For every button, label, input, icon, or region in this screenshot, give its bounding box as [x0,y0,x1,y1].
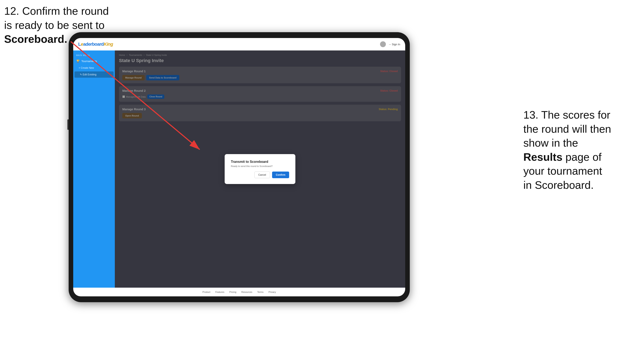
top-nav-right: → Sign In [380,41,400,47]
sidebar-main-menu-label: MAIN MENU [73,52,115,57]
sign-in-link[interactable]: → Sign In [388,43,400,46]
modal-overlay[interactable]: Transmit to Scoreboard Ready to send thi… [115,50,405,288]
main-content: MAIN MENU 🏆 Tournaments + Create New ✎ E… [73,50,405,288]
footer-link-resources[interactable]: Resources [241,291,252,293]
user-avatar-icon [380,41,386,47]
modal-actions: Cancel Confirm [231,172,289,178]
modal-subtitle: Ready to send this round to Scoreboard? [231,165,289,168]
annotation-right: 13. The scores for the round will then s… [523,108,640,192]
footer-link-features[interactable]: Features [215,291,224,293]
tablet-power-button [68,119,69,130]
sidebar-edit-existing-label: ✎ Edit Existing [80,73,96,76]
modal-cancel-button[interactable]: Cancel [254,172,270,178]
transmit-modal: Transmit to Scoreboard Ready to send thi… [225,154,295,184]
sidebar-edit-existing[interactable]: ✎ Edit Existing [74,71,114,78]
footer-link-terms[interactable]: Terms [257,291,264,293]
sidebar-tournaments-label: Tournaments [81,60,97,63]
trophy-icon: 🏆 [76,59,80,63]
sidebar-create-new-label: + Create New [79,66,94,69]
top-navbar: LeaderboardKing → Sign In [73,38,405,50]
screen: LeaderboardKing → Sign In MAIN MENU 🏆 To… [73,38,405,296]
footer: Product Features Pricing Resources Terms… [73,288,405,296]
modal-confirm-button[interactable]: Confirm [272,172,289,178]
modal-title: Transmit to Scoreboard [231,160,289,164]
sidebar-item-tournaments[interactable]: 🏆 Tournaments [73,57,115,65]
sidebar: MAIN MENU 🏆 Tournaments + Create New ✎ E… [73,50,115,288]
footer-link-product[interactable]: Product [202,291,210,293]
content-area: Home > Tournaments > State U Spring Invi… [115,50,405,288]
annotation-top-left: 12. Confirm the round is ready to be sen… [4,4,109,46]
sidebar-create-new[interactable]: + Create New [73,65,115,71]
footer-link-pricing[interactable]: Pricing [230,291,236,293]
tablet: LeaderboardKing → Sign In MAIN MENU 🏆 To… [69,32,410,302]
footer-link-privacy[interactable]: Privacy [268,291,276,293]
